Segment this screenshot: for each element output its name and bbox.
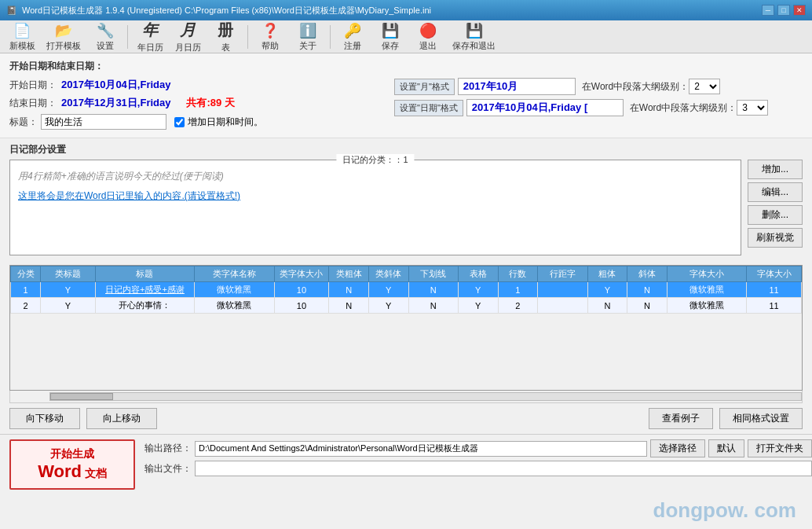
file-input[interactable]	[195, 461, 812, 476]
table-cell: 开心的事情：	[95, 298, 195, 314]
path-input[interactable]	[195, 441, 647, 457]
same-format-settings-button[interactable]: 相同格式设置	[719, 408, 803, 429]
table-icon: 册	[218, 20, 233, 41]
datetime-checkbox[interactable]	[174, 117, 185, 127]
generate-line2: 文档	[85, 467, 107, 479]
date-section-title: 开始日期和结束日期：	[9, 60, 803, 73]
edit-button[interactable]: 编辑...	[748, 182, 803, 202]
table-cell: N	[627, 298, 668, 314]
toolbar-separator-2	[247, 25, 248, 49]
add-button[interactable]: 增加...	[748, 160, 803, 179]
year-diary-icon: 年	[142, 20, 158, 41]
start-date-label: 开始日期：	[9, 79, 57, 92]
day-format-label: 设置"日期"格式	[394, 100, 463, 116]
horizontal-scrollbar[interactable]	[9, 391, 803, 403]
outline-select-1[interactable]: 213	[689, 79, 720, 94]
label-label: 标题：	[9, 116, 38, 129]
outline-label-2: 在Word中段落大纲级别：	[630, 101, 737, 115]
minimize-button[interactable]: ─	[762, 5, 774, 16]
table-cell: 11	[747, 298, 802, 314]
table-cell: 微软雅黑	[667, 282, 746, 298]
settings-icon: 🔧	[97, 22, 114, 39]
refresh-button[interactable]: 刷新视觉	[748, 228, 803, 248]
classify-group: 日记的分类：：1 用4行精简+准确的语言说明今天的经过(便于阅读) 这里将会是您…	[9, 160, 741, 255]
header-type-title: 类标题	[41, 266, 96, 282]
outline-select-2[interactable]: 312	[737, 100, 768, 116]
select-path-button[interactable]: 选择路径	[650, 439, 705, 457]
table-cell: N	[329, 298, 369, 314]
default-button[interactable]: 默认	[708, 439, 744, 457]
title-bar-text: Word日记模板生成器 1.9.4 (Unregistered) C:\Prog…	[22, 5, 431, 17]
save-exit-button[interactable]: 💾 保存和退出	[448, 20, 499, 54]
year-diary-button[interactable]: 年 年日历	[133, 17, 167, 56]
exit-button[interactable]: 🔴 退出	[411, 20, 445, 54]
table-cell: Y	[368, 282, 408, 298]
new-template-button[interactable]: 📄 新模板	[5, 20, 39, 54]
close-button[interactable]: ✕	[793, 5, 806, 16]
table-cell: 11	[747, 282, 802, 298]
file-label: 输出文件：	[144, 462, 192, 476]
open-folder-button[interactable]: 打开文件夹	[748, 439, 812, 457]
table-cell: Y	[587, 282, 627, 298]
header-font-size2: 字体大小	[747, 266, 802, 282]
classify-buttons: 增加... 编辑... 删除... 刷新视觉	[748, 160, 803, 260]
table-cell: 1	[11, 282, 41, 298]
header-line: 行数	[498, 266, 538, 282]
header-line-char: 行距字	[538, 266, 587, 282]
checkbox-label: 增加日期和时间。	[188, 116, 263, 129]
toolbar-separator-3	[330, 25, 331, 49]
header-font-name2: 字体大小	[667, 266, 746, 282]
header-font-size: 类字体大小	[274, 266, 329, 282]
data-table: 分类 类标题 标题 类字体名称 类字体大小 类粗体 类斜体 下划线 表格 行数 …	[10, 266, 802, 314]
generate-word: Word	[38, 461, 82, 481]
register-button[interactable]: 🔑 注册	[335, 20, 370, 54]
table-cell: 2	[498, 298, 538, 314]
diary-settings: 日记部分设置 日记的分类：：1 用4行精简+准确的语言说明今天的经过(便于阅读)…	[0, 138, 812, 265]
output-section: 输出路径： 选择路径 默认 打开文件夹 输出文件：	[144, 435, 812, 494]
generate-button[interactable]: 开始生成 Word 文档	[9, 439, 135, 490]
date-section: 开始日期和结束日期： 开始日期： 2017年10月04日,Friday 结束日期…	[0, 53, 812, 138]
month-diary-icon: 月	[180, 20, 196, 41]
help-button[interactable]: ❓ 帮助	[253, 20, 287, 54]
table-cell: N	[329, 282, 369, 298]
header-font-name: 类字体名称	[195, 266, 274, 282]
move-up-button[interactable]: 向上移动	[86, 408, 157, 429]
generate-line1: 开始生成	[38, 447, 107, 461]
help-icon: ❓	[262, 22, 279, 39]
table-cell: 微软雅黑	[195, 298, 274, 314]
register-icon: 🔑	[344, 22, 361, 39]
output-path-buttons: 选择路径 默认 打开文件夹	[650, 439, 812, 457]
move-down-button[interactable]: 向下移动	[9, 408, 80, 429]
table-cell: 10	[274, 298, 329, 314]
month-diary-button[interactable]: 月 月日历	[170, 17, 205, 56]
save-button[interactable]: 💾 保存	[373, 20, 408, 54]
table-row[interactable]: 1Y日记内容+感受+感谢微软雅黑10NYNY1YN微软雅黑11	[11, 282, 802, 298]
generate-word-line: Word 文档	[38, 461, 107, 482]
checkbox-row: 增加日期和时间。	[174, 116, 263, 129]
table-cell: Y	[41, 298, 96, 314]
maximize-button[interactable]: □	[777, 5, 790, 16]
open-template-button[interactable]: 📂 打开模板	[42, 20, 85, 54]
table-cell: N	[587, 298, 627, 314]
about-button[interactable]: ℹ️ 关于	[291, 20, 325, 54]
open-template-icon: 📂	[55, 22, 72, 39]
table-cell	[538, 298, 587, 314]
table-cell: 日记内容+感受+感谢	[95, 282, 195, 298]
table-row[interactable]: 2Y开心的事情：微软雅黑10NYNY2NN微软雅黑11	[11, 298, 802, 314]
view-example-button[interactable]: 查看例子	[649, 408, 713, 429]
header-italic: 类斜体	[368, 266, 408, 282]
classify-legend: 日记的分类：：1	[336, 154, 414, 166]
label-input[interactable]	[41, 114, 166, 130]
classify-content-link[interactable]: 这里将会是您在Word日记里输入的内容.(请设置格式!)	[18, 189, 733, 203]
day-format-value: 2017年10月04日,Friday [	[466, 99, 624, 116]
delete-button[interactable]: 删除...	[748, 205, 803, 225]
header-relative: 粗体	[587, 266, 627, 282]
end-date-label: 结束日期：	[9, 97, 57, 110]
settings-button[interactable]: 🔧 设置	[88, 20, 123, 54]
table-button[interactable]: 册 表	[208, 17, 243, 56]
watermark: dongpow. com	[653, 498, 796, 523]
month-format-label: 设置"月"格式	[394, 79, 455, 95]
scroll-thumb[interactable]	[50, 393, 113, 400]
toolbar: 📄 新模板 📂 打开模板 🔧 设置 年 年日历 月 月日历 册 表 ❓ 帮助	[0, 20, 812, 53]
table-cell: Y	[368, 298, 408, 314]
